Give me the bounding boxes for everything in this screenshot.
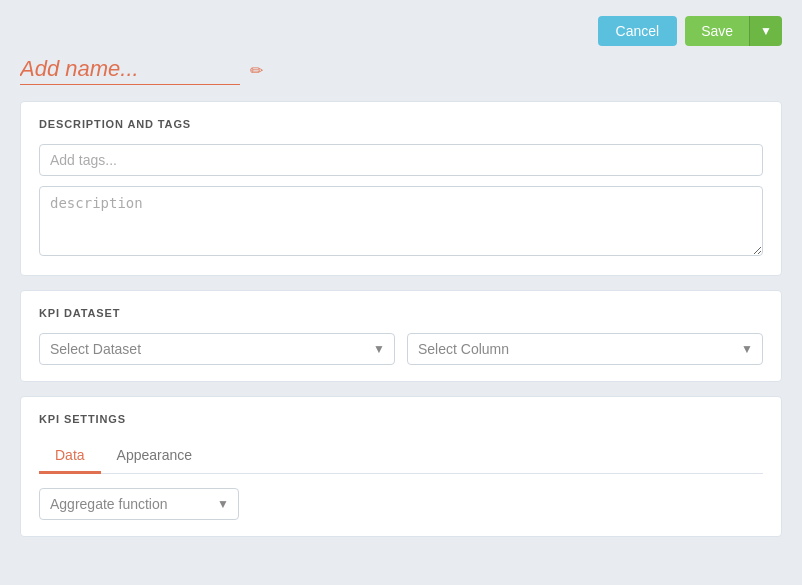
save-dropdown-button[interactable]: ▼ <box>749 16 782 46</box>
toolbar: Cancel Save ▼ <box>20 16 782 46</box>
cancel-button[interactable]: Cancel <box>598 16 678 46</box>
tab-data[interactable]: Data <box>39 439 101 474</box>
save-button-group: Save ▼ <box>685 16 782 46</box>
description-textarea[interactable] <box>39 186 763 256</box>
kpi-dataset-card: KPI DATASET Select Dataset ▼ Select Colu… <box>20 290 782 382</box>
aggregate-select[interactable]: Aggregate function <box>39 488 239 520</box>
aggregate-select-wrapper: Aggregate function ▼ <box>39 488 239 520</box>
description-tags-card: DESCRIPTION AND TAGS <box>20 101 782 276</box>
name-row: ✏ <box>20 56 782 85</box>
column-select-wrapper: Select Column ▼ <box>407 333 763 365</box>
save-button[interactable]: Save <box>685 16 749 46</box>
dataset-select-wrapper: Select Dataset ▼ <box>39 333 395 365</box>
description-tags-title: DESCRIPTION AND TAGS <box>39 118 763 130</box>
kpi-settings-tabs: Data Appearance <box>39 439 763 474</box>
tab-appearance[interactable]: Appearance <box>101 439 209 474</box>
dataset-select-row: Select Dataset ▼ Select Column ▼ <box>39 333 763 365</box>
chevron-down-icon: ▼ <box>760 24 772 38</box>
dataset-select[interactable]: Select Dataset <box>39 333 395 365</box>
edit-icon: ✏ <box>250 61 263 80</box>
aggregate-row: Aggregate function ▼ <box>39 488 763 520</box>
tags-input[interactable] <box>39 144 763 176</box>
kpi-dataset-title: KPI DATASET <box>39 307 763 319</box>
column-select[interactable]: Select Column <box>407 333 763 365</box>
name-input[interactable] <box>20 56 240 85</box>
page-container: Cancel Save ▼ ✏ DESCRIPTION AND TAGS KPI… <box>0 0 802 585</box>
kpi-settings-card: KPI SETTINGS Data Appearance Aggregate f… <box>20 396 782 537</box>
kpi-settings-title: KPI SETTINGS <box>39 413 763 425</box>
